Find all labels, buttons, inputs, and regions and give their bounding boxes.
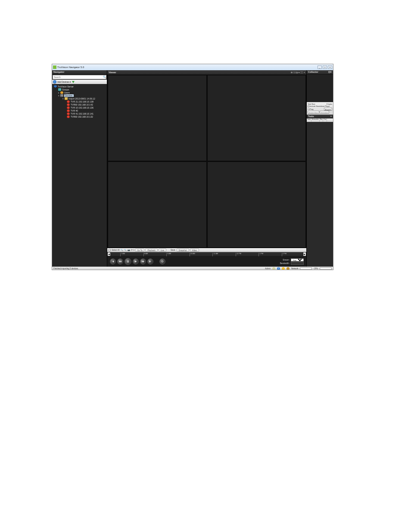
pause-button[interactable] bbox=[125, 258, 131, 265]
shield-icon bbox=[54, 85, 57, 88]
maximize-button[interactable]: □ bbox=[323, 65, 327, 69]
cpu-label: CPU bbox=[314, 268, 318, 270]
select-all-checkbox[interactable] bbox=[109, 249, 111, 251]
timeline-scale[interactable]: 7 AM 8 AM 9 AM 10 AM 11 AM 12 PM 1 PM 2 … bbox=[111, 252, 303, 256]
tree-device-item[interactable]: TVR 21.192.168.10.138 bbox=[52, 100, 107, 103]
tree-device-item[interactable]: TVR 41 192.168.10.141 bbox=[52, 112, 107, 115]
tree-device-item[interactable]: TVR60 192.168.10.142 bbox=[52, 103, 107, 106]
viewer-title: Viewer bbox=[109, 71, 290, 74]
export-now-button[interactable]: Export Now bbox=[308, 111, 319, 114]
navigator-header: Navigator bbox=[52, 70, 107, 75]
video-tile[interactable] bbox=[207, 162, 306, 248]
statusbar: Finished importing 5 devices. Admin ? Ne… bbox=[52, 267, 333, 270]
refresh-icon[interactable]: ⟳ bbox=[131, 249, 133, 251]
tree-users[interactable]: ▸Users bbox=[52, 91, 107, 94]
timeline-tick: 2 PM bbox=[282, 253, 286, 256]
cpu-meter bbox=[320, 268, 332, 270]
import-icon[interactable] bbox=[72, 81, 75, 83]
users-icon bbox=[60, 91, 63, 94]
snapshot-button[interactable]: Snapshot bbox=[177, 249, 189, 252]
goto-button[interactable]: Go To bbox=[135, 249, 145, 252]
tasks-col[interactable]: Sta bbox=[320, 118, 324, 122]
tasks-col[interactable]: Cre bbox=[323, 118, 327, 122]
fullscreen-icon[interactable]: ⛶ bbox=[301, 71, 303, 74]
minimize-button[interactable]: _ bbox=[318, 65, 322, 69]
skip-forward-button[interactable] bbox=[147, 258, 153, 264]
key-icon[interactable] bbox=[272, 267, 275, 270]
save-label: Save: bbox=[171, 249, 176, 251]
schedule-button[interactable]: Schedule bbox=[320, 111, 330, 114]
grid-icon[interactable]: ⊞ bbox=[291, 71, 293, 74]
zoom-in-icon[interactable]: 🔍 bbox=[121, 249, 123, 251]
skip-back-button[interactable] bbox=[110, 258, 116, 264]
info-icon[interactable]: ℹ bbox=[134, 249, 134, 251]
playback-controls: Stream: Primary Bandwidth: bbox=[107, 256, 306, 267]
include-player-checkbox[interactable] bbox=[308, 106, 309, 107]
video-button[interactable]: Video bbox=[190, 249, 199, 252]
video-grid bbox=[107, 75, 306, 248]
device-tree[interactable]: TruVision Server Groups ▸Users ▾Devices … bbox=[52, 84, 107, 267]
gear-icon[interactable] bbox=[286, 267, 290, 270]
timeline-left-arrow[interactable]: ◀ bbox=[108, 252, 110, 256]
play-button[interactable] bbox=[133, 258, 139, 264]
collector-title: Collector bbox=[308, 71, 318, 74]
select-all-label: Select All bbox=[112, 249, 120, 251]
collector-fields: Total Size: 0 bytes Include Standalone P… bbox=[307, 102, 333, 115]
camera-icon bbox=[67, 112, 70, 115]
tree-device-item[interactable]: TVR 10 192.168.10.136 bbox=[52, 106, 107, 109]
bulb-icon[interactable] bbox=[282, 267, 285, 270]
zoom-out-icon[interactable]: 🔍 bbox=[124, 249, 127, 251]
timeline-tick: 8 AM bbox=[143, 253, 148, 256]
total-size-label: Total Size: bbox=[308, 103, 315, 105]
timeline-tick: 1 PM bbox=[258, 253, 263, 256]
camera-tool-icon[interactable]: 📷 bbox=[128, 249, 130, 251]
playback-button[interactable]: Playback bbox=[145, 249, 157, 252]
video-tile[interactable] bbox=[108, 75, 207, 161]
status-message: Finished importing 5 devices. bbox=[53, 268, 78, 270]
window-title: TruVision Navigator 5.0 bbox=[57, 66, 318, 68]
tasks-title: Tasks bbox=[308, 115, 314, 118]
app-window: TruVision Navigator 5.0 _ □ × Navigator … bbox=[52, 64, 333, 270]
collector-close-icon[interactable]: × bbox=[330, 71, 332, 74]
tree-device-item[interactable]: TVR 40 bbox=[52, 109, 107, 112]
add-devices-button[interactable]: Add Devices ▾ bbox=[57, 81, 71, 83]
video-tile[interactable] bbox=[108, 162, 207, 248]
app-icon bbox=[53, 65, 56, 69]
tasks-close-icon[interactable]: × bbox=[330, 115, 332, 118]
tasks-body bbox=[307, 122, 333, 267]
timeline-tick: 11 AM bbox=[212, 253, 218, 256]
timeline-tick: 7 AM bbox=[120, 253, 125, 256]
live-button[interactable]: Live bbox=[159, 249, 166, 252]
collector-preview bbox=[307, 75, 333, 102]
camera-icon bbox=[67, 106, 70, 109]
bandwidth-label: Bandwidth: bbox=[280, 262, 290, 264]
video-tile[interactable] bbox=[207, 75, 306, 161]
timeline-tick: 10 AM bbox=[190, 253, 195, 256]
close-button[interactable]: × bbox=[328, 65, 332, 69]
tree-import-folder[interactable]: ▾Import 2013-08/01 14.06.12 bbox=[52, 97, 107, 100]
rewind-button[interactable] bbox=[117, 258, 123, 264]
viewer-close-icon[interactable]: × bbox=[304, 71, 305, 74]
help-icon[interactable]: ? bbox=[277, 267, 280, 270]
tree-device-item[interactable]: TVR60 192.168.10.132 bbox=[52, 115, 107, 118]
tasks-col[interactable]: Schedule bbox=[311, 118, 320, 122]
tasks-header: Tasks × bbox=[307, 115, 333, 118]
search-input[interactable] bbox=[53, 75, 103, 79]
layout-dropdown[interactable]: 1 Up ▾ bbox=[293, 71, 300, 74]
tree-groups[interactable]: Groups bbox=[52, 88, 107, 91]
fast-forward-button[interactable] bbox=[140, 258, 146, 264]
search-icon[interactable]: 🔍 bbox=[103, 75, 106, 79]
timeline-right-arrow[interactable]: ▶ bbox=[303, 252, 306, 256]
svg-point-0 bbox=[162, 261, 163, 262]
tasks-col[interactable]: Task bbox=[307, 118, 311, 122]
browse-button[interactable]: Browse bbox=[324, 108, 332, 111]
tree-root[interactable]: TruVision Server bbox=[52, 85, 107, 88]
tree-devices[interactable]: ▾Devices bbox=[52, 94, 107, 97]
jog-dial-button[interactable] bbox=[159, 258, 165, 264]
export-path: C:\Prog bbox=[308, 108, 324, 110]
timeline[interactable]: ◀ 7 AM 8 AM 9 AM 10 AM 11 AM 12 PM 1 PM … bbox=[107, 252, 306, 256]
titlebar[interactable]: TruVision Navigator 5.0 _ □ × bbox=[52, 64, 333, 70]
stream-select[interactable]: Primary bbox=[291, 258, 304, 261]
admin-label: Admin bbox=[265, 268, 271, 270]
total-size-value: 0 bytes bbox=[327, 103, 332, 105]
